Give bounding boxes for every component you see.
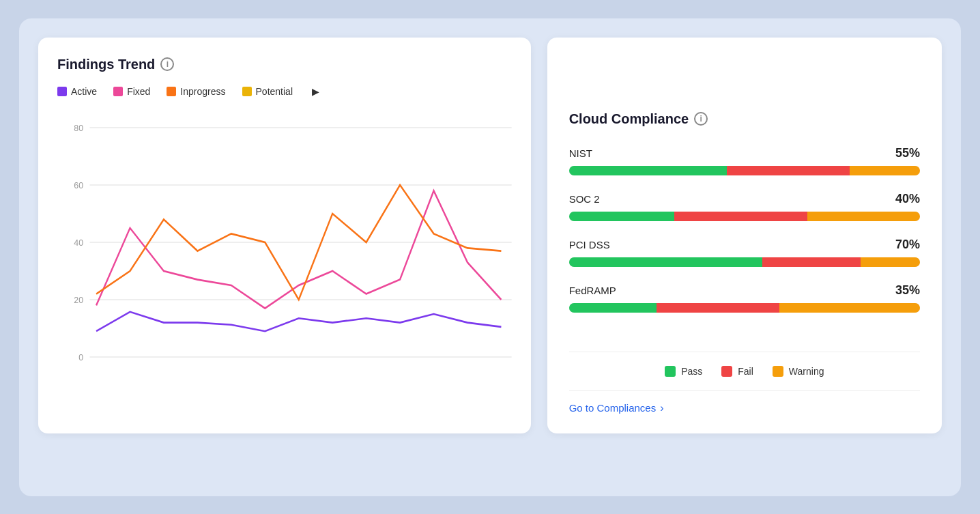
compliance-label-2: PCI DSS: [569, 239, 610, 251]
bar-warning: [779, 303, 920, 313]
compliance-bar-0: [569, 166, 920, 175]
findings-trend-card: Findings Trend i ActiveFixedInprogressPo…: [38, 38, 531, 433]
legend-arrow[interactable]: ▶: [312, 86, 319, 97]
bar-pass: [569, 257, 762, 267]
compliance-legend-item-pass: Pass: [665, 366, 702, 377]
svg-text:40: 40: [74, 237, 83, 248]
findings-info-icon[interactable]: i: [160, 57, 174, 71]
compliance-bar-3: [569, 303, 920, 313]
compliance-row-fedramp: FedRAMP35%: [569, 283, 920, 313]
compliance-row-nist: NIST55%: [569, 146, 920, 175]
findings-header: Findings Trend i: [57, 57, 512, 72]
svg-text:20: 20: [74, 294, 83, 305]
bar-fail: [657, 303, 779, 313]
dashboard-container: Findings Trend i ActiveFixedInprogressPo…: [19, 18, 961, 496]
compliance-pct-1: 40%: [895, 192, 920, 206]
compliance-legend-dot-pass: [665, 366, 676, 377]
legend-dot-potential: [242, 87, 252, 96]
goto-compliances-link[interactable]: Go to Compliances ›: [569, 390, 920, 414]
bar-pass: [569, 303, 657, 313]
compliance-legend-dot-fail: [721, 366, 732, 377]
compliance-legend-item-fail: Fail: [721, 366, 753, 377]
compliance-pct-0: 55%: [895, 146, 920, 160]
compliance-pct-3: 35%: [895, 283, 920, 298]
svg-text:60: 60: [74, 180, 83, 190]
compliance-label-3: FedRAMP: [569, 285, 616, 296]
bar-fail: [727, 166, 850, 175]
svg-text:80: 80: [74, 122, 83, 133]
legend-item-active: Active: [57, 86, 97, 97]
bar-warning: [861, 257, 920, 267]
compliance-label-1: SOC 2: [569, 193, 600, 205]
compliance-bar-1: [569, 212, 920, 221]
bar-pass: [569, 166, 727, 175]
chart-svg: 80 60 40 20 0: [57, 113, 512, 400]
compliance-legend: PassFailWarning: [569, 352, 920, 377]
compliance-info-icon[interactable]: i: [694, 112, 708, 126]
findings-title: Findings Trend: [57, 57, 155, 72]
goto-chevron: ›: [660, 402, 663, 414]
bar-pass: [569, 212, 674, 221]
findings-chart: 80 60 40 20 0: [57, 113, 512, 400]
legend-dot-active: [57, 87, 67, 96]
compliance-label-0: NIST: [569, 147, 592, 159]
svg-text:0: 0: [78, 352, 83, 362]
legend-item-inprogress: Inprogress: [167, 86, 225, 97]
compliance-rows: NIST55%SOC 240%PCI DSS70%FedRAMP35%: [569, 146, 920, 338]
legend-item-fixed: Fixed: [113, 86, 150, 97]
compliance-card: Cloud Compliance i NIST55%SOC 240%PCI DS…: [547, 38, 942, 433]
compliance-row-pci-dss: PCI DSS70%: [569, 238, 920, 267]
bar-fail: [762, 257, 861, 267]
legend-dot-inprogress: [167, 87, 176, 96]
compliance-legend-dot-warning: [773, 366, 783, 377]
goto-label: Go to Compliances: [569, 402, 657, 414]
compliance-row-soc-2: SOC 240%: [569, 192, 920, 221]
findings-legend: ActiveFixedInprogressPotential▶: [57, 86, 512, 97]
compliance-bar-2: [569, 257, 920, 267]
compliance-header: Cloud Compliance i: [569, 111, 920, 127]
compliance-pct-2: 70%: [895, 238, 920, 252]
bar-warning: [850, 166, 920, 175]
bar-warning: [807, 212, 920, 221]
legend-dot-fixed: [113, 87, 123, 96]
compliance-legend-item-warning: Warning: [773, 366, 824, 377]
legend-item-potential: Potential: [242, 86, 293, 97]
bar-fail: [674, 212, 807, 221]
compliance-title: Cloud Compliance: [569, 111, 689, 127]
